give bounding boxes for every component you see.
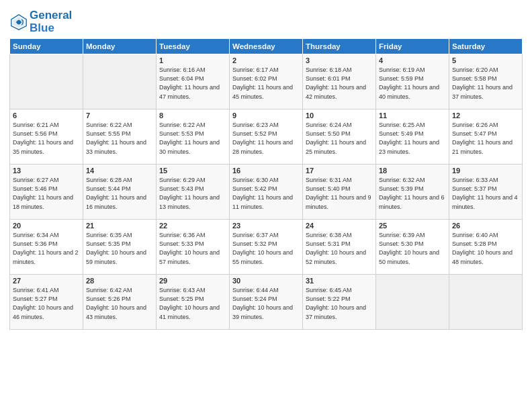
cell-content: Sunrise: 6:36 AM Sunset: 5:33 PM Dayligh… (159, 231, 226, 266)
day-number: 10 (306, 111, 373, 120)
cell-content: Sunrise: 6:27 AM Sunset: 5:46 PM Dayligh… (13, 176, 80, 211)
day-number: 29 (159, 277, 226, 285)
calendar-cell: 15Sunrise: 6:29 AM Sunset: 5:43 PM Dayli… (157, 165, 230, 220)
weekday-header-tuesday: Tuesday (157, 39, 230, 54)
day-number: 17 (306, 167, 373, 175)
weekday-header-sunday: Sunday (10, 39, 83, 54)
calendar-cell: 3Sunrise: 6:18 AM Sunset: 6:01 PM Daylig… (303, 54, 376, 109)
calendar-cell: 7Sunrise: 6:22 AM Sunset: 5:55 PM Daylig… (83, 109, 157, 165)
cell-content: Sunrise: 6:44 AM Sunset: 5:24 PM Dayligh… (232, 286, 300, 321)
calendar-cell: 19Sunrise: 6:33 AM Sunset: 5:37 PM Dayli… (449, 165, 523, 220)
day-number: 13 (13, 167, 80, 175)
calendar-cell: 1Sunrise: 6:16 AM Sunset: 6:04 PM Daylig… (157, 54, 230, 109)
cell-content: Sunrise: 6:42 AM Sunset: 5:26 PM Dayligh… (86, 286, 153, 321)
cell-content: Sunrise: 6:40 AM Sunset: 5:28 PM Dayligh… (452, 231, 519, 266)
weekday-header-friday: Friday (376, 39, 449, 54)
calendar-cell: 28Sunrise: 6:42 AM Sunset: 5:26 PM Dayli… (83, 275, 157, 330)
week-row-5: 27Sunrise: 6:41 AM Sunset: 5:27 PM Dayli… (10, 275, 523, 330)
weekday-header-saturday: Saturday (449, 39, 523, 54)
calendar-table: SundayMondayTuesdayWednesdayThursdayFrid… (9, 38, 523, 330)
day-number: 21 (86, 222, 153, 230)
calendar-cell: 12Sunrise: 6:26 AM Sunset: 5:47 PM Dayli… (449, 109, 523, 165)
calendar-cell: 11Sunrise: 6:25 AM Sunset: 5:49 PM Dayli… (376, 109, 449, 165)
day-number: 26 (452, 222, 519, 230)
day-number: 9 (232, 111, 300, 120)
cell-content: Sunrise: 6:26 AM Sunset: 5:47 PM Dayligh… (452, 121, 519, 156)
calendar-cell: 22Sunrise: 6:36 AM Sunset: 5:33 PM Dayli… (157, 220, 230, 275)
day-number: 23 (232, 222, 300, 230)
calendar-cell (83, 54, 157, 109)
week-row-2: 6Sunrise: 6:21 AM Sunset: 5:56 PM Daylig… (10, 109, 523, 165)
day-number: 19 (452, 167, 519, 175)
calendar-cell: 31Sunrise: 6:45 AM Sunset: 5:22 PM Dayli… (303, 275, 376, 330)
day-number: 5 (452, 56, 519, 64)
day-number: 4 (379, 56, 446, 64)
day-number: 15 (159, 167, 226, 175)
week-row-1: 1Sunrise: 6:16 AM Sunset: 6:04 PM Daylig… (10, 54, 523, 109)
cell-content: Sunrise: 6:21 AM Sunset: 5:56 PM Dayligh… (13, 121, 80, 156)
day-number: 22 (159, 222, 226, 230)
cell-content: Sunrise: 6:23 AM Sunset: 5:52 PM Dayligh… (232, 121, 300, 156)
cell-content: Sunrise: 6:18 AM Sunset: 6:01 PM Dayligh… (306, 66, 373, 101)
calendar-cell: 24Sunrise: 6:38 AM Sunset: 5:31 PM Dayli… (303, 220, 376, 275)
day-number: 3 (306, 56, 373, 64)
cell-content: Sunrise: 6:22 AM Sunset: 5:55 PM Dayligh… (86, 121, 153, 156)
logo: General Blue (9, 9, 72, 34)
calendar-cell: 13Sunrise: 6:27 AM Sunset: 5:46 PM Dayli… (10, 165, 83, 220)
cell-content: Sunrise: 6:34 AM Sunset: 5:36 PM Dayligh… (13, 231, 80, 266)
day-number: 6 (13, 111, 80, 120)
cell-content: Sunrise: 6:29 AM Sunset: 5:43 PM Dayligh… (159, 176, 226, 211)
calendar-cell: 26Sunrise: 6:40 AM Sunset: 5:28 PM Dayli… (449, 220, 523, 275)
day-number: 11 (379, 111, 446, 120)
calendar-cell: 6Sunrise: 6:21 AM Sunset: 5:56 PM Daylig… (10, 109, 83, 165)
calendar-cell (10, 54, 83, 109)
cell-content: Sunrise: 6:19 AM Sunset: 5:59 PM Dayligh… (379, 66, 446, 101)
day-number: 16 (232, 167, 300, 175)
header: General Blue (9, 7, 523, 34)
calendar-cell: 5Sunrise: 6:20 AM Sunset: 5:58 PM Daylig… (449, 54, 523, 109)
calendar-cell: 20Sunrise: 6:34 AM Sunset: 5:36 PM Dayli… (10, 220, 83, 275)
cell-content: Sunrise: 6:20 AM Sunset: 5:58 PM Dayligh… (452, 66, 519, 101)
cell-content: Sunrise: 6:41 AM Sunset: 5:27 PM Dayligh… (13, 286, 80, 321)
cell-content: Sunrise: 6:31 AM Sunset: 5:40 PM Dayligh… (306, 176, 373, 211)
calendar-cell: 29Sunrise: 6:43 AM Sunset: 5:25 PM Dayli… (157, 275, 230, 330)
day-number: 18 (379, 167, 446, 175)
cell-content: Sunrise: 6:32 AM Sunset: 5:39 PM Dayligh… (379, 176, 446, 211)
cell-content: Sunrise: 6:39 AM Sunset: 5:30 PM Dayligh… (379, 231, 446, 266)
day-number: 14 (86, 167, 153, 175)
cell-content: Sunrise: 6:17 AM Sunset: 6:02 PM Dayligh… (232, 66, 300, 101)
calendar-cell: 8Sunrise: 6:22 AM Sunset: 5:53 PM Daylig… (157, 109, 230, 165)
calendar-cell: 14Sunrise: 6:28 AM Sunset: 5:44 PM Dayli… (83, 165, 157, 220)
cell-content: Sunrise: 6:24 AM Sunset: 5:50 PM Dayligh… (306, 121, 373, 156)
weekday-header-monday: Monday (83, 39, 157, 54)
day-number: 28 (86, 277, 153, 285)
cell-content: Sunrise: 6:25 AM Sunset: 5:49 PM Dayligh… (379, 121, 446, 156)
day-number: 12 (452, 111, 519, 120)
weekday-header-thursday: Thursday (303, 39, 376, 54)
calendar-cell: 18Sunrise: 6:32 AM Sunset: 5:39 PM Dayli… (376, 165, 449, 220)
cell-content: Sunrise: 6:45 AM Sunset: 5:22 PM Dayligh… (306, 286, 373, 321)
day-number: 1 (159, 56, 226, 64)
cell-content: Sunrise: 6:30 AM Sunset: 5:42 PM Dayligh… (232, 176, 300, 211)
calendar-cell: 2Sunrise: 6:17 AM Sunset: 6:02 PM Daylig… (230, 54, 303, 109)
cell-content: Sunrise: 6:33 AM Sunset: 5:37 PM Dayligh… (452, 176, 519, 211)
week-row-4: 20Sunrise: 6:34 AM Sunset: 5:36 PM Dayli… (10, 220, 523, 275)
calendar-cell: 27Sunrise: 6:41 AM Sunset: 5:27 PM Dayli… (10, 275, 83, 330)
weekday-header-wednesday: Wednesday (230, 39, 303, 54)
day-number: 30 (232, 277, 300, 285)
calendar-cell: 4Sunrise: 6:19 AM Sunset: 5:59 PM Daylig… (376, 54, 449, 109)
logo-text: General Blue (30, 9, 72, 34)
calendar-cell: 30Sunrise: 6:44 AM Sunset: 5:24 PM Dayli… (230, 275, 303, 330)
calendar-cell: 9Sunrise: 6:23 AM Sunset: 5:52 PM Daylig… (230, 109, 303, 165)
calendar-cell: 16Sunrise: 6:30 AM Sunset: 5:42 PM Dayli… (230, 165, 303, 220)
week-row-3: 13Sunrise: 6:27 AM Sunset: 5:46 PM Dayli… (10, 165, 523, 220)
day-number: 31 (306, 277, 373, 285)
page: General Blue SundayMondayTuesdayWednesda… (0, 0, 532, 411)
day-number: 7 (86, 111, 153, 120)
calendar-cell (449, 275, 523, 330)
cell-content: Sunrise: 6:16 AM Sunset: 6:04 PM Dayligh… (159, 66, 226, 101)
calendar-cell: 23Sunrise: 6:37 AM Sunset: 5:32 PM Dayli… (230, 220, 303, 275)
cell-content: Sunrise: 6:37 AM Sunset: 5:32 PM Dayligh… (232, 231, 300, 266)
day-number: 2 (232, 56, 300, 64)
calendar-cell: 10Sunrise: 6:24 AM Sunset: 5:50 PM Dayli… (303, 109, 376, 165)
